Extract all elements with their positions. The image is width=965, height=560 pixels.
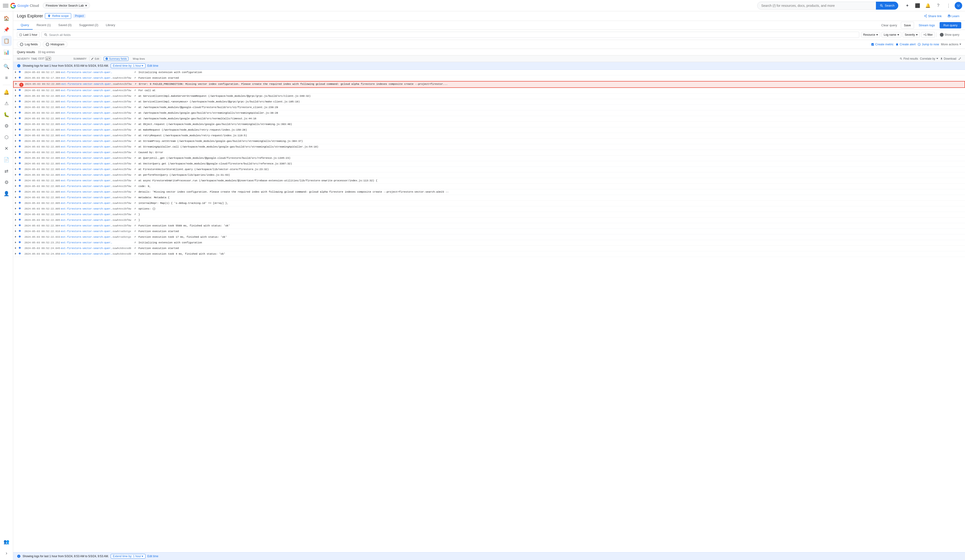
log-row[interactable]: 2024-05-03 09:52:22.805ext-firestore-vec…	[13, 88, 965, 93]
log-fields-button[interactable]: Log fields	[17, 41, 41, 47]
share-link-button[interactable]: Share link	[922, 13, 944, 19]
expand-row-arrow[interactable]	[15, 207, 19, 209]
sidebar-item-user[interactable]: 👤	[2, 188, 12, 199]
save-button[interactable]: Save	[901, 22, 914, 29]
expand-row-arrow[interactable]	[15, 252, 19, 255]
more-actions-button[interactable]: More actions	[941, 42, 961, 46]
tab-library[interactable]: Library	[102, 21, 119, 29]
expand-row-arrow[interactable]	[15, 111, 19, 114]
log-row[interactable]: 2024-05-03 09:52:23.252ext-firestore-vec…	[13, 240, 965, 246]
sidebar-item-logs[interactable]: 📋	[2, 36, 12, 46]
search-all-fields-container[interactable]: Search all fields	[41, 32, 859, 38]
expand-row-arrow[interactable]	[15, 70, 19, 73]
clear-query-button[interactable]: Clear query	[880, 23, 899, 28]
expand-row-arrow[interactable]	[15, 94, 19, 97]
log-row[interactable]: 2024-05-03 09:52:22.805ext-firestore-vec…	[13, 178, 965, 184]
expand-row-arrow[interactable]	[15, 156, 19, 159]
learn-button[interactable]: Learn	[945, 13, 961, 19]
log-row[interactable]: 2024-05-03 09:52:22.805ext-firestore-vec…	[13, 212, 965, 217]
sidebar-item-bell[interactable]: 🔔	[2, 87, 12, 97]
expand-row-arrow[interactable]	[15, 88, 19, 91]
expand-row-arrow[interactable]	[15, 134, 19, 136]
project-selector[interactable]: Firestore Vector Search Lab ▾	[43, 3, 90, 8]
log-row[interactable]: 2024-05-03 09:52:22.904ext-firestore-vec…	[13, 223, 965, 229]
sidebar-item-chart[interactable]: 📊	[2, 47, 12, 57]
expand-row-arrow[interactable]	[15, 128, 19, 131]
log-row[interactable]: 2024-05-03 09:52:22.805ext-firestore-vec…	[13, 184, 965, 189]
log-row[interactable]: 2024-05-03 09:52:22.805ext-firestore-vec…	[13, 201, 965, 206]
log-row[interactable]: 2024-05-03 09:52:22.933ext-firestore-vec…	[13, 234, 965, 240]
sidebar-item-filter[interactable]: ≡	[2, 73, 12, 83]
create-alert-button[interactable]: Create alert	[895, 42, 916, 46]
sidebar-item-home[interactable]: 🏠	[2, 13, 12, 23]
sidebar-item-people[interactable]: 👥	[2, 537, 12, 547]
logname-filter-button[interactable]: Log name	[882, 32, 901, 38]
expand-row-arrow[interactable]	[15, 201, 19, 204]
find-results-button[interactable]: Find results	[900, 57, 918, 60]
summary-fields-button[interactable]: Summary fields	[104, 57, 129, 61]
expand-row-arrow[interactable]	[15, 122, 19, 125]
expand-row-arrow[interactable]	[15, 105, 19, 108]
expand-row-arrow[interactable]	[16, 82, 19, 85]
starred-icon[interactable]: ✦	[903, 2, 911, 10]
edit-summary-button[interactable]: Edit	[89, 57, 101, 61]
sidebar-item-flows[interactable]: ⬡	[2, 132, 12, 142]
log-row[interactable]: !2024-05-03 09:52:22.805ext-firestore-ve…	[13, 81, 965, 88]
log-row[interactable]: 2024-05-03 09:52:22.805ext-firestore-vec…	[13, 155, 965, 161]
wrap-lines-button[interactable]: Wrap lines	[131, 57, 146, 60]
edit-time-button[interactable]: Edit time	[147, 64, 159, 67]
expand-row-arrow[interactable]	[15, 184, 19, 187]
download-button[interactable]: Download	[940, 57, 956, 60]
log-row[interactable]: 2024-05-03 09:52:22.805ext-firestore-vec…	[13, 99, 965, 105]
expand-row-arrow[interactable]	[15, 218, 19, 221]
expand-row-arrow[interactable]	[15, 116, 19, 119]
log-row[interactable]: 2024-05-03 09:52:22.805ext-firestore-vec…	[13, 206, 965, 212]
help-icon[interactable]: ?	[934, 2, 942, 10]
expand-row-arrow[interactable]	[15, 178, 19, 181]
histogram-button[interactable]: Histogram	[43, 41, 67, 47]
extend-time-button[interactable]: Extend time by: 1 hour	[111, 64, 146, 68]
expand-panel-button[interactable]: ⤢	[958, 56, 961, 61]
log-row[interactable]: 2024-05-03 09:52:22.805ext-firestore-vec…	[13, 133, 965, 139]
log-row[interactable]: 2024-05-03 09:52:22.805ext-firestore-vec…	[13, 189, 965, 195]
log-row[interactable]: 2024-05-03 09:52:22.805ext-firestore-vec…	[13, 217, 965, 223]
expand-row-arrow[interactable]	[15, 196, 19, 198]
more-filters-button[interactable]: +1 filter	[921, 32, 935, 38]
log-row[interactable]: 2024-05-03 09:52:22.805ext-firestore-vec…	[13, 172, 965, 178]
log-row[interactable]: 2024-05-03 09:52:22.805ext-firestore-vec…	[13, 167, 965, 172]
refine-scope-button[interactable]: Refine scope	[45, 13, 71, 19]
expand-row-arrow[interactable]	[15, 190, 19, 193]
expand-row-arrow[interactable]	[15, 224, 19, 227]
expand-row-arrow[interactable]	[15, 150, 19, 153]
log-row[interactable]: 2024-05-03 09:52:22.805ext-firestore-vec…	[13, 150, 965, 155]
log-row[interactable]: 2024-05-03 09:52:22.805ext-firestore-vec…	[13, 161, 965, 167]
log-row[interactable]: 2024-05-03 09:52:24.045ext-firestore-vec…	[13, 246, 965, 251]
sidebar-item-cross[interactable]: ✕	[2, 143, 12, 153]
tab-suggested[interactable]: Suggested (2)	[75, 21, 102, 29]
sidebar-item-search[interactable]: 🔍	[2, 61, 12, 72]
stream-logs-button[interactable]: Stream logs	[916, 22, 938, 28]
expand-row-arrow[interactable]	[15, 229, 19, 232]
expand-row-arrow[interactable]	[15, 173, 19, 176]
log-row[interactable]: 2024-05-03 09:52:24.050ext-firestore-vec…	[13, 251, 965, 257]
log-row[interactable]: 2024-05-03 09:52:22.805ext-firestore-vec…	[13, 139, 965, 144]
hamburger-menu[interactable]	[3, 3, 8, 8]
create-metric-button[interactable]: Create metric	[871, 42, 893, 46]
expand-row-arrow[interactable]	[15, 162, 19, 165]
sort-time-button[interactable]: ▲▼	[45, 57, 51, 60]
sidebar-item-error[interactable]: ⚠	[2, 98, 12, 109]
severity-filter-button[interactable]: Severity	[903, 32, 920, 38]
jump-to-now-button[interactable]: Jump to now	[918, 42, 939, 46]
expand-row-arrow[interactable]	[15, 246, 19, 249]
sidebar-item-settings[interactable]: ⚙	[2, 121, 12, 131]
expand-row-arrow[interactable]	[15, 167, 19, 170]
bottom-edit-time-button[interactable]: Edit time	[147, 555, 159, 558]
bottom-extend-time-button[interactable]: Extend time by: 1 hour	[111, 554, 146, 558]
log-row[interactable]: 2024-05-03 09:52:22.805ext-firestore-vec…	[13, 110, 965, 116]
show-query-button[interactable]: Show query	[938, 32, 961, 38]
log-row[interactable]: 2024-05-03 09:52:22.805ext-firestore-vec…	[13, 127, 965, 133]
log-row[interactable]: 2024-05-03 09:52:22.805ext-firestore-vec…	[13, 93, 965, 99]
log-row[interactable]: 2024-05-03 09:52:22.805ext-firestore-vec…	[13, 105, 965, 110]
log-row[interactable]: 2024-05-03 09:52:17.309ext-firestore-vec…	[13, 70, 965, 75]
log-row[interactable]: 2024-05-03 09:52:17.394ext-firestore-vec…	[13, 75, 965, 81]
